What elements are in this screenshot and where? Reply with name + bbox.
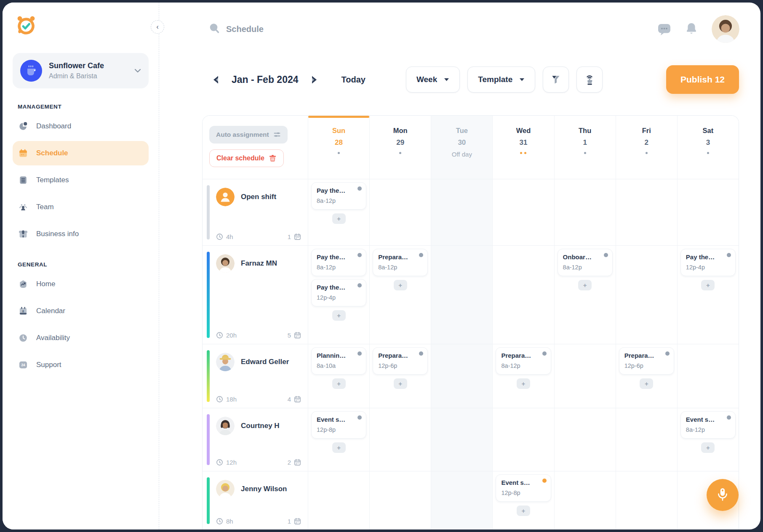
filter-button filter-icon[interactable] [543,66,569,93]
add-shift-button plus-icon[interactable]: + [578,280,592,290]
add-shift-button plus-icon[interactable]: + [332,213,346,224]
add-shift-button plus-icon[interactable]: + [517,378,530,389]
schedule-cell[interactable]: Event s…12p-8p+ [308,408,369,471]
schedule-cell[interactable] [616,471,677,529]
today-button[interactable]: Today [339,74,368,85]
schedule-cell[interactable] [492,245,554,344]
schedule-cell[interactable] [677,344,739,408]
voice-assistant-button mic-icon[interactable] [707,479,739,511]
schedule-cell[interactable]: Pay the…8a-12pPay the…12p-4p+ [308,245,369,344]
view-select-week[interactable]: Week [406,66,460,93]
schedule-cell[interactable]: Prepara…12p-6p+ [369,344,431,408]
day-column-header-sun[interactable]: Sun28 [308,116,369,179]
schedule-cell[interactable] [431,344,492,408]
sidebar-item-team[interactable]: Team [13,195,149,219]
add-shift-button plus-icon[interactable]: + [394,280,407,290]
next-week-button chevron-right-icon[interactable] [309,74,320,86]
person-row-edward-geller[interactable]: Edward Geller18h4 [203,344,308,408]
schedule-cell[interactable] [616,179,677,245]
add-shift-button plus-icon[interactable]: + [701,442,715,453]
template-select[interactable]: Template [467,66,535,93]
person-row-jenny-wilson[interactable]: Jenny Wilson8h1 [203,471,308,529]
add-shift-button plus-icon[interactable]: + [332,378,346,389]
schedule-cell[interactable]: Onboar…8a-12p+ [554,245,616,344]
schedule-cell[interactable]: Prepara…8a-12p+ [369,245,431,344]
shift-card[interactable]: Event s…8a-12p [680,411,736,439]
add-shift-button plus-icon[interactable]: + [394,378,407,389]
schedule-cell[interactable] [492,408,554,471]
shift-card[interactable]: Pay the…8a-12p [311,249,366,276]
tap-publish-button tap-publish-icon[interactable] [576,66,603,93]
schedule-cell[interactable] [308,471,369,529]
schedule-cell[interactable] [369,471,431,529]
add-shift-button plus-icon[interactable]: + [701,280,715,290]
shift-card[interactable]: Pay the…8a-12p [311,182,366,210]
shift-card[interactable]: Prepara…12p-6p [619,347,674,375]
schedule-cell[interactable] [677,179,739,245]
schedule-cell[interactable]: Prepara…12p-6p+ [616,344,677,408]
day-column-header-tue[interactable]: Tue30Off day [431,116,492,179]
schedule-cell[interactable] [431,408,492,471]
day-column-header-fri[interactable]: Fri2 [616,116,677,179]
schedule-cell[interactable] [431,471,492,529]
clear-schedule-button[interactable]: Clear schedule [209,149,284,167]
prev-week-button chevron-left-icon[interactable] [211,74,221,86]
sidebar-collapse-button chevron-left-icon[interactable]: ‹ [151,20,164,34]
schedule-cell[interactable] [616,408,677,471]
notifications-button bell-icon[interactable] [686,22,697,36]
workspace-name: Sunflower Cafe [49,61,128,70]
schedule-cell[interactable] [554,344,616,408]
schedule-cell[interactable]: Event s…8a-12p+ [677,408,739,471]
schedule-cell[interactable]: Pay the…12p-4p+ [677,245,739,344]
add-shift-button plus-icon[interactable]: + [517,505,530,516]
schedule-cell[interactable] [554,471,616,529]
shift-card[interactable]: Prepara…8a-12p [496,347,551,375]
day-column-header-sat[interactable]: Sat3 [677,116,739,179]
chat-button chat-icon[interactable] [657,23,671,36]
shift-card[interactable]: Pay the…12p-4p [311,279,366,306]
shift-card[interactable]: Plannin…8a-10a [311,347,366,375]
workspace-switcher[interactable]: Sunflower Cafe Admin & Barista [13,53,149,88]
shift-count-stat: 4 [288,396,301,403]
add-shift-button plus-icon[interactable]: + [640,378,653,389]
add-shift-button plus-icon[interactable]: + [332,442,346,453]
sidebar-item-dashboard[interactable]: Dashboard [13,114,149,138]
sidebar-item-support[interactable]: 24Support [13,353,149,377]
sidebar-item-calendar[interactable]: 8Calendar [13,299,149,323]
shift-card[interactable]: Onboar…8a-12p [558,249,613,276]
shift-card[interactable]: Prepara…8a-12p [373,249,428,276]
schedule-cell[interactable]: Plannin…8a-10a+ [308,344,369,408]
schedule-cell[interactable]: Pay the…8a-12p+ [308,179,369,245]
clock-small-icon [216,233,223,240]
day-column-header-thu[interactable]: Thu1 [554,116,616,179]
schedule-cell[interactable] [554,179,616,245]
schedule-cell[interactable] [431,245,492,344]
schedule-cell[interactable] [369,408,431,471]
person-row-open-shift[interactable]: Open shift4h1 [203,179,308,245]
schedule-cell[interactable]: Event s…12p-8p+ [492,471,554,529]
shift-card[interactable]: Event s…12p-8p [496,474,551,502]
schedule-cell[interactable] [554,408,616,471]
sidebar-item-home[interactable]: Home [13,272,149,296]
add-shift-button plus-icon[interactable]: + [332,310,346,321]
auto-assignment-button[interactable]: Auto assignment [209,126,288,144]
person-row-farnaz-mn[interactable]: Farnaz MN20h5 [203,245,308,344]
schedule-cell[interactable] [369,179,431,245]
publish-button[interactable]: Publish 12 [666,65,739,94]
schedule-cell[interactable] [616,245,677,344]
schedule-cell[interactable] [431,179,492,245]
day-column-header-mon[interactable]: Mon29 [369,116,431,179]
schedule-cell[interactable] [492,179,554,245]
schedule-cell[interactable]: Prepara…8a-12p+ [492,344,554,408]
sidebar-item-schedule[interactable]: Schedule [13,141,149,165]
shift-time: 8a-10a [317,362,361,369]
shift-card[interactable]: Pay the…12p-4p [680,249,736,276]
sidebar-item-business-info[interactable]: Business info [13,222,149,246]
day-column-header-wed[interactable]: Wed31 [492,116,554,179]
person-row-courtney-h[interactable]: Courtney H12h2 [203,408,308,471]
sidebar-item-templates[interactable]: Templates [13,168,149,192]
shift-card[interactable]: Event s…12p-8p [311,411,366,439]
sidebar-item-availability[interactable]: Availability [13,326,149,350]
user-avatar[interactable] [712,15,739,43]
shift-card[interactable]: Prepara…12p-6p [373,347,428,375]
